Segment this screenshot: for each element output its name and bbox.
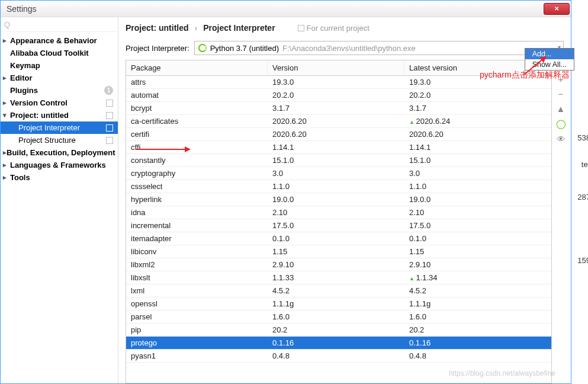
table-row[interactable]: idna2.102.10	[126, 206, 551, 219]
settings-window: Settings ✕ ▸Appearance & BehaviorAlibaba…	[0, 0, 571, 384]
sidebar-item[interactable]: ▸Editor	[1, 72, 118, 84]
scope-text: For current project	[307, 24, 369, 33]
scope-note: For current project	[298, 24, 369, 33]
table-row[interactable]: openssl1.1.1g1.1.1g	[126, 297, 551, 311]
add-package-button[interactable]: +	[558, 74, 564, 84]
table-toolbar: +−▲◯👁	[555, 74, 566, 144]
table-row[interactable]: constantly15.1.015.1.0	[126, 154, 551, 167]
scope-icon	[298, 25, 304, 31]
background-text: 287	[577, 193, 588, 201]
table-header: Package Version Latest version	[126, 60, 551, 76]
refresh-icon[interactable]: ◯	[556, 119, 566, 129]
sidebar-item[interactable]: ▸Build, Execution, Deployment	[1, 146, 118, 159]
remove-package-button[interactable]: −	[558, 89, 564, 99]
table-body[interactable]: attrs19.3.019.3.0automat20.2.020.2.0bcry…	[126, 76, 551, 383]
background-text: 159	[577, 256, 588, 265]
table-row[interactable]: incremental17.5.017.5.0	[126, 219, 551, 232]
sidebar-item[interactable]: Keymap	[1, 59, 118, 72]
interpreter-menu: Add... Show All...	[525, 48, 574, 71]
main-panel: Project: untitled › Project Interpreter …	[118, 17, 571, 383]
packages-table: Package Version Latest version attrs19.3…	[126, 60, 552, 383]
search-input[interactable]	[12, 20, 114, 29]
col-package[interactable]: Package	[126, 60, 268, 75]
sidebar-item[interactable]: Project Structure	[1, 134, 118, 146]
crumb-root: Project: untitled	[126, 23, 189, 33]
table-row[interactable]: itemadapter0.1.00.1.0	[126, 232, 551, 245]
sidebar-item[interactable]: Alibaba Cloud Toolkit	[1, 47, 118, 59]
sidebar-item[interactable]: Plugins1	[1, 84, 118, 97]
table-row[interactable]: cryptography3.03.0	[126, 167, 551, 180]
table-row[interactable]: cssselect1.1.01.1.0	[126, 180, 551, 193]
dialog-body: ▸Appearance & BehaviorAlibaba Cloud Tool…	[1, 17, 571, 383]
table-row[interactable]: certifi2020.6.202020.6.20	[126, 128, 551, 141]
table-row[interactable]: attrs19.3.019.3.0	[126, 76, 551, 89]
sidebar-item[interactable]: ▸Languages & Frameworks	[1, 159, 118, 171]
table-row[interactable]: libxslt1.1.331.1.34	[126, 271, 551, 284]
search-icon	[4, 19, 12, 30]
table-row[interactable]: libxml22.9.102.9.10	[126, 258, 551, 271]
table-row[interactable]: lxml4.5.24.5.2	[126, 284, 551, 297]
interpreter-path: F:\Anaconda3\envs\untitled\python.exe	[282, 44, 416, 53]
menu-show-all[interactable]: Show All...	[525, 59, 574, 70]
table-row[interactable]: pip20.220.2	[126, 324, 551, 337]
sidebar-item[interactable]: ▸Appearance & Behavior	[1, 34, 118, 47]
col-version[interactable]: Version	[268, 60, 404, 75]
sidebar-item[interactable]: Project Interpreter	[1, 121, 118, 134]
background-text: 538	[577, 133, 588, 142]
sidebar-item[interactable]: ▸Tools	[1, 171, 118, 184]
table-row[interactable]: cffi1.14.11.14.1	[126, 141, 551, 154]
sidebar-item[interactable]: ▸Version Control	[1, 97, 118, 109]
interpreter-label: Project Interpreter:	[126, 44, 189, 53]
settings-sidebar: ▸Appearance & BehaviorAlibaba Cloud Tool…	[1, 17, 118, 383]
interpreter-name: Python 3.7 (untitled)	[210, 44, 279, 53]
table-row[interactable]: pyasn10.4.80.4.8	[126, 350, 551, 363]
crumb-separator: ›	[195, 23, 198, 33]
table-row[interactable]: hyperlink19.0.019.0.0	[126, 193, 551, 206]
close-button[interactable]: ✕	[544, 3, 570, 15]
table-row[interactable]: automat20.2.020.2.0	[126, 89, 551, 102]
interpreter-select[interactable]: Python 3.7 (untitled) F:\Anaconda3\envs\…	[194, 41, 564, 55]
table-row[interactable]: protego0.1.160.1.16	[126, 337, 551, 350]
watermark: https://blog.csdn.net/alwaysbefine	[449, 369, 555, 377]
menu-add[interactable]: Add...	[525, 49, 574, 59]
interpreter-row: Project Interpreter: Python 3.7 (untitle…	[118, 39, 571, 60]
upgrade-package-button[interactable]: ▲	[557, 104, 565, 114]
window-controls: ✕	[544, 3, 571, 15]
table-row[interactable]: parsel1.6.01.6.0	[126, 311, 551, 324]
table-row[interactable]: libiconv1.151.15	[126, 245, 551, 258]
table-row[interactable]: bcrypt3.1.73.1.7	[126, 102, 551, 115]
breadcrumb: Project: untitled › Project Interpreter …	[118, 17, 571, 39]
crumb-leaf: Project Interpreter	[203, 23, 275, 33]
sidebar-search[interactable]	[1, 17, 118, 32]
background-text: ter	[581, 160, 588, 169]
table-row[interactable]: ca-certificates2020.6.202020.6.24	[126, 115, 551, 128]
sidebar-item[interactable]: ▾Project: untitled	[1, 109, 118, 121]
titlebar: Settings ✕	[1, 1, 571, 17]
eye-icon[interactable]: 👁	[557, 134, 565, 144]
window-title: Settings	[1, 4, 37, 14]
settings-tree: ▸Appearance & BehaviorAlibaba Cloud Tool…	[1, 32, 118, 184]
python-ring-icon	[198, 44, 207, 52]
